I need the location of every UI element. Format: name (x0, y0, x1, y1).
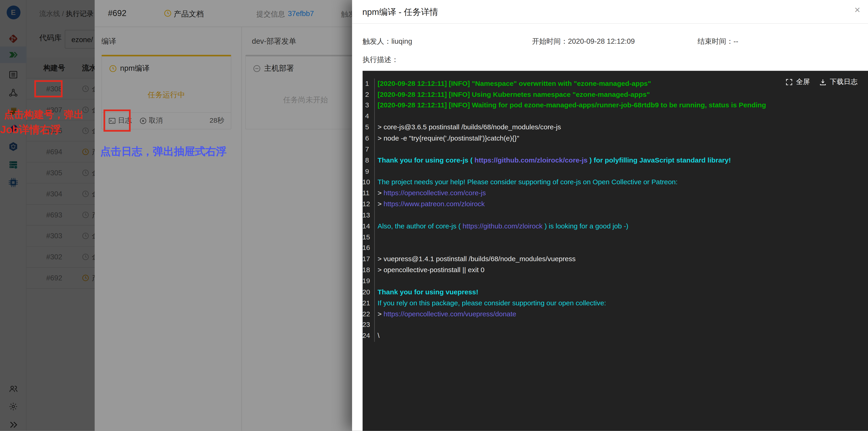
log-line-number: 20 (363, 287, 375, 298)
log-line: 20Thank you for using vuepress! (363, 287, 868, 298)
log-line-number: 24 (363, 331, 375, 342)
log-line-number: 5 (363, 122, 375, 133)
log-line-number: 21 (363, 298, 375, 309)
log-line: 6> node -e "try{require('./postinstall')… (363, 133, 868, 144)
log-line-number: 16 (363, 243, 375, 254)
log-line-text: > https://opencollective.com/vuepress/do… (375, 309, 516, 320)
log-line-number: 18 (363, 265, 375, 276)
log-line-text: Also, the author of core-js ( https://gi… (375, 221, 628, 232)
log-text: > node -e "try{require('./postinstall')}… (377, 134, 519, 142)
log-line: 8Thank you for using core-js ( https://g… (363, 155, 868, 166)
log-line-text (375, 111, 377, 122)
task-detail-drawer: npm编译 - 任务详情 × 触发人：liuqing 开始时间：2020-09-… (352, 0, 868, 431)
log-line: 4 (363, 111, 868, 122)
log-text: \ (377, 332, 379, 340)
log-line-number: 9 (363, 166, 375, 177)
log-line-number: 23 (363, 320, 375, 331)
fullscreen-button[interactable]: 全屏 (785, 77, 810, 87)
log-text: Thank you for using vuepress! (377, 288, 478, 296)
log-line-text: Thank you for using core-js ( https://gi… (375, 155, 731, 166)
drawer-header: npm编译 - 任务详情 × (352, 0, 868, 24)
annotation-blue-text: 点击日志，弹出抽屉式右浮 (100, 144, 226, 159)
log-link[interactable]: https://www.patreon.com/zloirock (383, 200, 485, 208)
log-line: 12> https://www.patreon.com/zloirock (363, 199, 868, 210)
log-line-number: 4 (363, 111, 375, 122)
log-line: 17> vuepress@1.4.1 postinstall /builds/6… (363, 254, 868, 265)
log-line-text: > node -e "try{require('./postinstall')}… (375, 133, 519, 144)
log-link[interactable]: https://github.com/zloirock (463, 222, 542, 230)
meta-start-time: 开始时间：2020-09-28 12:12:09 (532, 36, 635, 46)
log-text: If you rely on this package, please cons… (377, 299, 606, 307)
log-line-number: 14 (363, 221, 375, 232)
log-line-number: 6 (363, 133, 375, 144)
log-line: 10The project needs your help! Please co… (363, 177, 868, 188)
exec-description-label: 执行描述： (363, 55, 399, 65)
log-line: 3[2020-09-28 12:12:11] [INFO] Waiting fo… (363, 100, 868, 111)
log-line: 2[2020-09-28 12:12:11] [INFO] Using Kube… (363, 90, 868, 100)
close-icon[interactable]: × (855, 4, 860, 16)
log-text: > (377, 189, 383, 197)
log-line: 7 (363, 144, 868, 155)
download-log-button[interactable]: 下载日志 (819, 77, 858, 87)
log-text: The project needs your help! Please cons… (377, 178, 679, 186)
log-line: 13 (363, 210, 868, 221)
log-line: 9 (363, 166, 868, 177)
log-line-number: 11 (363, 188, 375, 199)
annotation-red-text-1: 点击构建号，弹出 (4, 108, 84, 121)
log-line: 24\ (363, 331, 868, 342)
log-line: 21If you rely on this package, please co… (363, 298, 868, 309)
log-line-number: 7 (363, 144, 375, 155)
log-text: Also, the author of core-js ( (377, 222, 463, 230)
log-line: 22> https://opencollective.com/vuepress/… (363, 309, 868, 320)
annotation-box-log-button (103, 109, 131, 132)
app-root: E 流水线 / 执行记录 代码库 ezone/ 构建号 流水线 #308金#30… (0, 0, 868, 431)
log-line-text: If you rely on this package, please cons… (375, 298, 606, 309)
log-link[interactable]: https://opencollective.com/vuepress/dona… (383, 310, 516, 318)
log-line: 11> https://opencollective.com/core-js (363, 188, 868, 199)
meta-trigger: 触发人：liuqing (363, 36, 412, 46)
log-line-text: > https://opencollective.com/core-js (375, 188, 486, 199)
log-line: 19 (363, 276, 868, 287)
log-line-number: 17 (363, 254, 375, 265)
log-line-number: 10 (363, 177, 375, 188)
log-line-text: \ (375, 331, 380, 342)
log-link[interactable]: https://opencollective.com/core-js (383, 189, 486, 197)
log-line-text (375, 210, 377, 221)
log-line: 18> opencollective-postinstall || exit 0 (363, 265, 868, 276)
log-line: 5> core-js@3.6.5 postinstall /builds/68/… (363, 122, 868, 133)
log-line-number: 19 (363, 276, 375, 287)
console-toolbar: 全屏 下载日志 (785, 77, 858, 87)
log-line-number: 12 (363, 199, 375, 210)
log-line-text (375, 276, 377, 287)
log-line: 14Also, the author of core-js ( https://… (363, 221, 868, 232)
log-line-text: > opencollective-postinstall || exit 0 (375, 265, 485, 276)
log-line: 16 (363, 243, 868, 254)
download-icon (819, 78, 826, 86)
log-console[interactable]: 全屏 下载日志 1[2020-09-28 12:12:11] [INFO] "N… (363, 71, 868, 431)
log-text: ) for polyfilling JavaScript standard li… (588, 156, 731, 164)
log-line-text: Thank you for using vuepress! (375, 287, 478, 298)
log-link[interactable]: https://github.com/zloirock/core-js (474, 156, 587, 164)
drawer-title: npm编译 - 任务详情 (363, 7, 438, 18)
log-line-text: [2020-09-28 12:12:11] [INFO] Using Kuber… (375, 90, 650, 100)
log-line-text (375, 232, 377, 243)
log-line-text: The project needs your help! Please cons… (375, 177, 679, 188)
log-line: 23 (363, 320, 868, 331)
log-text: > (377, 200, 383, 208)
log-line-number: 1 (363, 78, 375, 90)
log-line-text (375, 320, 377, 331)
log-line-text: [2020-09-28 12:12:11] [INFO] Waiting for… (375, 100, 766, 111)
log-line-text (375, 243, 377, 254)
log-text: Thank you for using core-js ( (377, 156, 474, 164)
log-line-number: 2 (363, 90, 375, 100)
log-line-text: [2020-09-28 12:12:11] [INFO] "Namespace"… (375, 78, 651, 90)
log-line-number: 13 (363, 210, 375, 221)
log-line-text: > core-js@3.6.5 postinstall /builds/68/n… (375, 122, 561, 133)
log-text: ) is looking for a good job -) (542, 222, 628, 230)
log-line: 15 (363, 232, 868, 243)
log-text: > opencollective-postinstall || exit 0 (377, 266, 485, 274)
log-line-text (375, 144, 377, 155)
log-text: [2020-09-28 12:12:11] [INFO] Using Kuber… (377, 91, 650, 98)
annotation-box-build-number (34, 80, 63, 97)
log-line-number: 15 (363, 232, 375, 243)
